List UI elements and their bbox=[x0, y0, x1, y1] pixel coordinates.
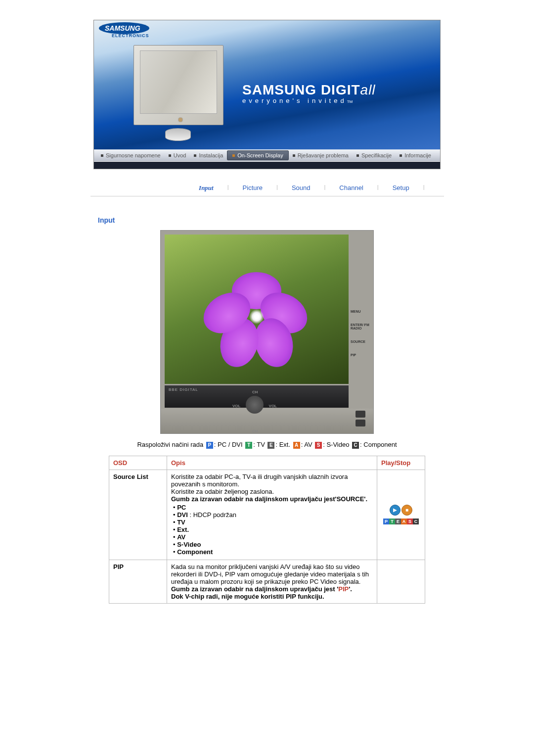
col-playstop: Play/Stop bbox=[377, 456, 425, 470]
main-nav: Sigurnosne napomene Uvod Instalacija On-… bbox=[94, 149, 440, 161]
feature-name: Source List bbox=[109, 470, 167, 560]
product-image bbox=[134, 45, 222, 144]
tab-picture[interactable]: Picture bbox=[241, 184, 265, 192]
bezel-badges: BBE DIGITAL bbox=[169, 387, 198, 392]
play-cell: ▶ ■ PTEASC bbox=[377, 470, 425, 560]
mode-badges: PTEASC bbox=[381, 518, 421, 525]
stop-icon[interactable]: ■ bbox=[401, 505, 412, 516]
hero-banner: SAMSUNG ELECTRONICS SAMSUNG DIGITall eve… bbox=[93, 20, 441, 169]
play-cell bbox=[377, 560, 425, 603]
samsung-logo: SAMSUNG ELECTRONICS bbox=[99, 22, 149, 38]
badge-t: T bbox=[245, 442, 252, 449]
sub-nav: Input | Picture | Sound | Channel | Setu… bbox=[90, 184, 444, 196]
play-icon[interactable]: ▶ bbox=[390, 505, 400, 516]
nav-info[interactable]: Informacije bbox=[396, 152, 435, 158]
nav-safety[interactable]: Sigurnosne napomene bbox=[97, 152, 165, 158]
feature-desc: Koristite za odabir PC-a, TV-a ili drugi… bbox=[167, 470, 377, 560]
col-opis: Opis bbox=[167, 456, 377, 470]
monitor-button-labels: MENU ENTER/ FM RADIO SOURCE PIP bbox=[351, 310, 371, 367]
table-row: Source List Koristite za odabir PC-a, TV… bbox=[109, 470, 425, 560]
brand-main: SAMSUNG DIGIT bbox=[242, 82, 360, 97]
feature-desc: Kada su na monitor priključeni vanjski A… bbox=[167, 560, 377, 603]
nav-intro[interactable]: Uvod bbox=[165, 152, 190, 158]
tab-sound[interactable]: Sound bbox=[290, 184, 312, 192]
logo-subtext: ELECTRONICS bbox=[99, 33, 149, 38]
mode-legend: Raspoloživi načini rada P: PC / DVI T: T… bbox=[94, 441, 440, 449]
tab-input[interactable]: Input bbox=[197, 184, 216, 192]
badge-e: E bbox=[267, 442, 274, 449]
tab-setup[interactable]: Setup bbox=[391, 184, 411, 192]
badge-c: C bbox=[352, 442, 359, 449]
brand-tagline: SAMSUNG DIGITall everyone's invitedTM bbox=[242, 82, 376, 104]
side-icons bbox=[356, 411, 368, 428]
badge-p: P bbox=[206, 442, 213, 449]
badge-s: S bbox=[315, 442, 322, 449]
tm-mark: TM bbox=[347, 99, 353, 104]
nav-troubleshoot[interactable]: Rješavanje problema bbox=[289, 152, 353, 158]
brand-tagline-text: everyone's invited bbox=[242, 97, 347, 104]
logo-text: SAMSUNG bbox=[99, 22, 149, 34]
nav-specs[interactable]: Specifikacije bbox=[353, 152, 396, 158]
table-row: PIP Kada su na monitor priključeni vanjs… bbox=[109, 560, 425, 603]
osd-table: OSD Opis Play/Stop Source List Koristite… bbox=[109, 456, 425, 604]
dpad: CH VOL VOL CH bbox=[237, 393, 272, 427]
badge-a: A bbox=[293, 442, 300, 449]
section-title: Input bbox=[98, 216, 440, 224]
nav-install[interactable]: Instalacija bbox=[190, 152, 227, 158]
screen-image bbox=[165, 235, 349, 384]
feature-name: PIP bbox=[109, 560, 167, 603]
brand-suffix: all bbox=[360, 82, 376, 97]
nav-osd[interactable]: On-Screen Display bbox=[227, 150, 288, 160]
tab-channel[interactable]: Channel bbox=[337, 184, 365, 192]
monitor-preview: MENU ENTER/ FM RADIO SOURCE PIP BBE DIGI… bbox=[160, 230, 374, 434]
col-osd: OSD bbox=[109, 456, 167, 470]
